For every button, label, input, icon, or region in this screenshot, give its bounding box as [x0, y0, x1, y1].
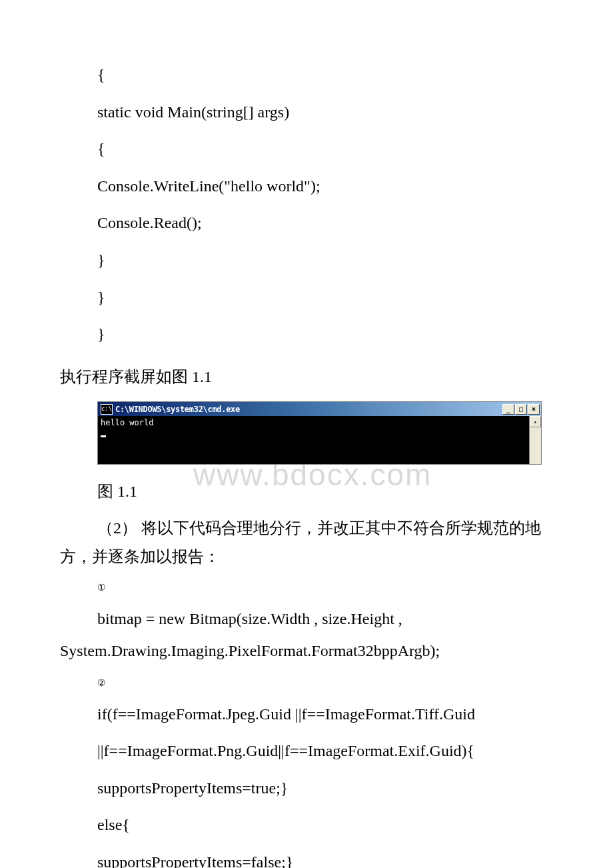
code-item2-line2: ||f==ImageFormat.Png.Guid||f==ImageForma… — [97, 736, 553, 767]
code-item2-line4: else{ — [97, 810, 553, 841]
minimize-button[interactable]: _ — [502, 404, 514, 415]
cmd-output: hello world — [98, 416, 529, 464]
cmd-window-controls: _ □ × — [502, 404, 540, 415]
code-item1-line2: System.Drawing.Imaging.PixelFormat.Forma… — [60, 636, 553, 667]
scroll-up-icon[interactable]: ▴ — [530, 416, 541, 427]
cmd-output-text: hello world — [101, 418, 153, 427]
code-block1-line7: } — [97, 283, 553, 313]
exec-caption: 执行程序截屏如图 1.1 — [60, 362, 553, 393]
cmd-scrollbar[interactable]: ▴ — [529, 416, 541, 464]
code-block1-line5: Console.Read(); — [97, 208, 553, 239]
figure-label: 图 1.1 — [97, 477, 553, 507]
scroll-track[interactable] — [530, 427, 541, 464]
code-block1-line4: Console.WriteLine("hello world"); — [97, 171, 553, 202]
cmd-title: C:\WINDOWS\system32\cmd.exe — [115, 405, 502, 414]
code-block1-line1: { — [97, 60, 553, 91]
cmd-window: c:\ C:\WINDOWS\system32\cmd.exe _ □ × he… — [97, 401, 542, 465]
cmd-cursor — [101, 435, 106, 437]
cmd-icon: c:\ — [101, 404, 113, 415]
code-block1-line8: } — [97, 319, 553, 350]
maximize-button[interactable]: □ — [515, 404, 527, 415]
code-item2-line1: if(f==ImageFormat.Jpeg.Guid ||f==ImageFo… — [97, 699, 553, 730]
item-1-number: ① — [97, 582, 553, 593]
task2-text: （2） 将以下代码合理地分行，并改正其中不符合所学规范的地方，并逐条加以报告： — [60, 514, 553, 571]
code-block1-line3: { — [97, 134, 553, 165]
code-block1-line2: static void Main(string[] args) — [97, 97, 553, 128]
code-block1-line6: } — [97, 245, 553, 276]
code-item1-line1: bitmap = new Bitmap(size.Width , size.He… — [97, 604, 553, 635]
cmd-titlebar: c:\ C:\WINDOWS\system32\cmd.exe _ □ × — [98, 402, 541, 416]
cmd-body-wrap: hello world ▴ — [98, 416, 541, 464]
code-item2-line5: supportsPropertyItems=false;} — [97, 847, 553, 868]
close-button[interactable]: × — [528, 404, 540, 415]
item-2-number: ② — [97, 677, 553, 689]
code-item2-line3: supportsPropertyItems=true;} — [97, 773, 553, 804]
